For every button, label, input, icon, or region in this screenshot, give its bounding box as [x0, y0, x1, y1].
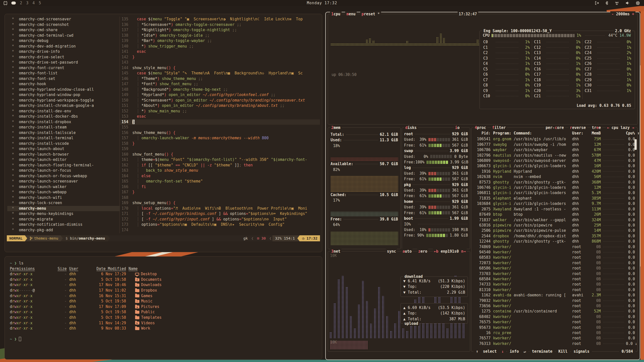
process-row[interactable]: 102796nautilus/usr/bin/nautilus --newdhh… [474, 153, 635, 158]
process-row[interactable]: 68583kworker/root0B0.0 [474, 255, 635, 260]
file-item[interactable]: *omarchy-install-terminal [7, 135, 119, 141]
process-row[interactable]: 103684glycin-i/usr/lib/glycin-loadersdhh… [474, 201, 635, 206]
preset-button[interactable]: preset * [360, 11, 381, 17]
process-row[interactable]: 2506pipewire/usr/bin/pipewire-pulsedhh14… [474, 228, 635, 233]
process-row[interactable]: 74869kworker/root0B0.0 [474, 244, 635, 250]
process-row[interactable]: 2075XwaylandXwayland :1 -rootless -dhh11… [474, 207, 635, 212]
process-row[interactable]: 87649btopbtopdhh26M0.0 [474, 212, 635, 217]
file-item[interactable]: *omarchy-launch-screensaver [7, 179, 119, 184]
io-toggle[interactable]: io [454, 125, 461, 130]
net-interface[interactable]: ←b enp191s0 n→ [433, 249, 467, 254]
kill-control[interactable]: Kill [556, 349, 570, 354]
net-option-zero[interactable]: zero [417, 249, 428, 254]
network-icon[interactable] [614, 1, 619, 5]
file-item[interactable]: *omarchy-launch-browser [7, 152, 119, 157]
terminate-control[interactable]: terminate [530, 349, 555, 354]
file-explorer[interactable]: *omarchy-cmd-screensaver*omarchy-cmd-scr… [7, 17, 119, 233]
process-row[interactable]: 73656kworker/root0B0.0 [474, 303, 635, 309]
process-row[interactable]: 76313kworker/root0B0.0 ↓ [474, 341, 635, 346]
file-item[interactable]: *omarchy-launch-about [7, 146, 119, 152]
col-memb[interactable]: MemB [587, 131, 601, 136]
proc-nav[interactable]: ← cpu lazy → [606, 125, 635, 130]
file-item[interactable]: *omarchy-install-dev-env [7, 109, 119, 114]
tree-button[interactable]: tree [591, 125, 602, 130]
process-row[interactable]: 1275containe/usr/bin/containerdroot52M0.… [474, 309, 635, 314]
signals-control[interactable]: signals [571, 349, 592, 354]
file-item[interactable]: *omarchy-drive-info [7, 49, 119, 55]
volume-icon[interactable] [625, 1, 630, 5]
file-item[interactable]: *omarchy-install-chromium-google-a [7, 103, 119, 109]
file-item[interactable]: *omarchy-install-steam [7, 125, 119, 130]
file-item[interactable]: *omarchy-font-list [7, 71, 119, 76]
process-row[interactable]: 87573ghostty/usr/bin/ghostty --gtk-dhh36… [474, 180, 635, 185]
shell-prompt[interactable]: ~ ❯ ls [10, 261, 317, 266]
file-item[interactable]: *omarchy-launch-walker [7, 184, 119, 190]
file-item[interactable]: *omarchy-install-vscode [7, 141, 119, 147]
file-item[interactable]: *omarchy-hyprland-window-close-all [7, 87, 119, 93]
process-row[interactable]: 68402kworker/root0B0.0 [474, 314, 635, 320]
process-row[interactable]: 106673glycin-i/usr/lib/glycin-loadersdhh… [474, 163, 635, 169]
file-item[interactable]: *omarchy-font-current [7, 65, 119, 71]
file-item[interactable]: *omarchy-cmd-terminal-cwd [7, 33, 119, 38]
col-user[interactable]: User: [572, 131, 587, 136]
process-row[interactable]: 72073kworker/root0B0.0 [474, 260, 635, 266]
logout-icon[interactable] [595, 1, 599, 5]
file-item[interactable]: *omarchy-pkg-add [7, 228, 119, 233]
file-item[interactable]: *omarchy-lock-screen [7, 200, 119, 206]
file-item[interactable]: *omarchy-notification-dismiss [7, 222, 119, 228]
file-item[interactable]: *omarchy-launch-wifi [7, 195, 119, 201]
process-row[interactable]: 102638nvimnvim --embeddhh56M0.0 [474, 174, 635, 179]
reverse-button[interactable]: reverse [569, 125, 587, 130]
file-item[interactable]: *omarchy-debug [7, 38, 119, 44]
process-row[interactable]: 74733kworker/root0B0.0 [474, 282, 635, 287]
col-command[interactable]: Command: [514, 131, 572, 136]
col-pid[interactable]: Pid: [474, 131, 491, 136]
process-row[interactable]: 1916HyprlandHyprlanddhh420M0.0 [474, 169, 635, 174]
file-item[interactable]: *omarchy-migrate [7, 217, 119, 222]
col-cpu[interactable]: Cpu% ↑ [626, 131, 635, 136]
process-row[interactable]: 106811glycin-i/usr/lib/glycin-loadersdhh… [474, 190, 635, 196]
file-item[interactable]: *omarchy-install-dropbox [7, 119, 119, 125]
process-row[interactable]: 73703kworker/root0B0.0 [474, 271, 635, 277]
file-item[interactable]: *omarchy-install-docker-dbs [7, 114, 119, 119]
process-row[interactable]: 79032kworker/root0B0.0 [474, 298, 635, 303]
file-item[interactable]: *omarchy-launch-floating-terminal- [7, 163, 119, 168]
net-option-sync[interactable]: sync [386, 249, 397, 254]
file-item[interactable]: *omarchy-install-tailscale [7, 130, 119, 136]
process-row[interactable]: 76575kworker/root0B0.0 [474, 320, 635, 325]
process-row[interactable]: 68586kworker/root0B0.0 [474, 266, 635, 271]
code-editor[interactable]: 135 case $(menu "Toggle" "▣ Screensaver\… [119, 17, 320, 233]
panel-title[interactable]: 2mem [330, 125, 342, 130]
file-item[interactable]: *omarchy-hook [7, 81, 119, 87]
bluetooth-icon[interactable] [605, 1, 608, 5]
interval-control[interactable]: - 2000ms + [610, 11, 635, 17]
process-row[interactable]: 106746glycin-i/usr/lib/glycin-loadersdhh… [474, 185, 635, 190]
cpu-icon[interactable] [636, 1, 640, 5]
process-row[interactable]: 2544dropbox/home/dhh/.dropbox-distdhh357… [474, 234, 635, 239]
file-item[interactable]: *omarchy-dev-add-migration [7, 44, 119, 49]
process-row[interactable]: 71835elephantelephantdhh385M0.0 [474, 196, 635, 201]
process-row[interactable]: 76577kworker/root0B0.0 [474, 336, 635, 341]
file-item[interactable]: *omarchy-cmd-screensaver [7, 17, 119, 22]
shell-prompt[interactable]: ~ ❯ [10, 337, 317, 342]
per-core-button[interactable]: per-core [544, 125, 565, 130]
filter-button[interactable]: filter [491, 125, 507, 130]
file-item[interactable]: *omarchy-drive-select [7, 55, 119, 60]
process-row[interactable]: 71837walker/usr/bin/walker --gappldhh324… [474, 217, 635, 223]
file-item[interactable]: *omarchy-cmd-screenshot [7, 22, 119, 28]
shell-cursor[interactable] [19, 337, 21, 341]
file-item[interactable]: *omarchy-hyprland-workspace-toggle [7, 98, 119, 103]
file-item[interactable]: *omarchy-drive-set-password [7, 60, 119, 65]
file-item[interactable]: *omarchy-launch-or-focus-webapp [7, 173, 119, 179]
process-row[interactable]: 63816pipewire/usr/bin/pipewiredhh25M0.0 [474, 223, 635, 228]
net-option-auto[interactable]: auto [401, 249, 413, 254]
file-item[interactable]: *omarchy-launch-editor [7, 157, 119, 163]
process-row[interactable]: 106809swayosd-/usr/bin/swayosd-serverdhh… [474, 158, 635, 163]
file-item[interactable]: *omarchy-hyprland-window-pop [7, 92, 119, 98]
process-row[interactable]: 106786waybar/usr/bin/waybardhh67M0.0 [474, 147, 635, 153]
file-item[interactable]: *omarchy-menu-keybindings [7, 211, 119, 217]
panel-title[interactable]: 4proc [473, 125, 487, 130]
process-row[interactable]: 94540kworker/root0B0.0 [474, 250, 635, 255]
panel-title[interactable]: 1cpu [330, 11, 342, 17]
menu-button[interactable]: menu [345, 11, 357, 17]
